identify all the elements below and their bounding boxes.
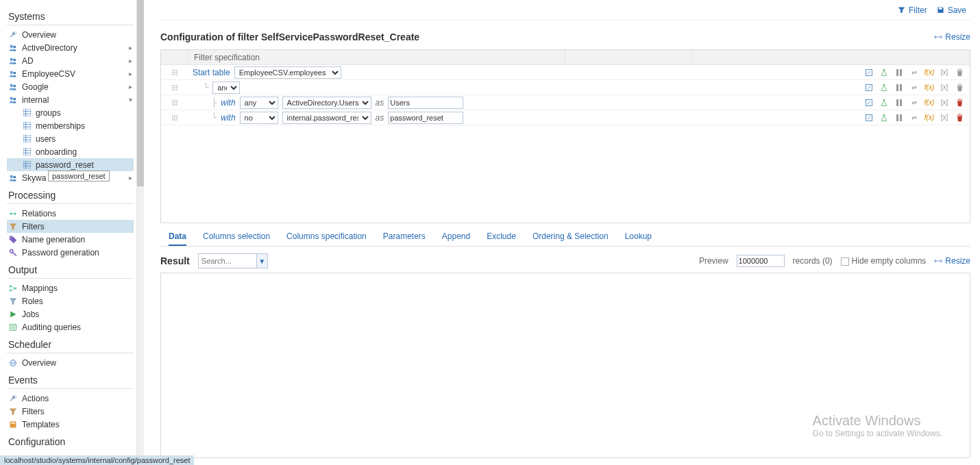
sidebar-item-name-generation[interactable]: Name generation <box>7 233 134 246</box>
svg-point-65 <box>174 87 175 88</box>
pause-icon[interactable] <box>894 113 904 123</box>
delete-icon[interactable] <box>955 83 964 92</box>
btn-label: Save <box>948 5 966 15</box>
table-select[interactable]: ActiveDirectory.Users <box>282 97 371 109</box>
sidebar-item-relations[interactable]: Relations <box>7 207 134 220</box>
sidebar-item-employeecsv[interactable]: EmployeeCSV ▸ <box>7 67 134 80</box>
drag-handle-icon[interactable] <box>161 84 188 91</box>
pause-icon[interactable] <box>894 83 904 92</box>
svg-point-73 <box>172 100 173 101</box>
as-label: as <box>376 113 384 123</box>
alias-input[interactable] <box>388 97 463 109</box>
hide-empty-checkbox[interactable]: Hide empty columns <box>841 256 927 266</box>
tab-parameters[interactable]: Parameters <box>383 231 426 246</box>
edit-icon[interactable] <box>864 98 874 108</box>
sidebar-item-events-filters[interactable]: Filters <box>7 405 134 418</box>
sidebar-item-mappings[interactable]: Mappings <box>7 281 134 294</box>
tab-exclude[interactable]: Exclude <box>487 231 516 246</box>
sidebar-item-skyward[interactable]: Skywa ▸ password_reset <box>7 171 134 184</box>
save-button[interactable]: Save <box>937 5 966 15</box>
delete-icon[interactable] <box>955 98 964 108</box>
flask-icon[interactable] <box>879 68 889 77</box>
nav-label: memberships <box>36 121 134 131</box>
tab-lookup[interactable]: Lookup <box>625 231 652 246</box>
search-dropdown-button[interactable]: ▼ <box>256 254 267 268</box>
qty-select[interactable]: any <box>240 97 278 109</box>
joiner-select[interactable]: and <box>212 81 240 94</box>
fx-icon[interactable]: f(x) <box>924 68 934 77</box>
sidebar-item-templates[interactable]: Templates <box>7 418 134 431</box>
link-icon[interactable] <box>909 83 919 92</box>
nav-label: Filters <box>22 222 134 231</box>
svg-point-66 <box>176 87 177 88</box>
search-input[interactable] <box>199 254 256 268</box>
sidebar-item-jobs[interactable]: Jobs <box>7 307 134 321</box>
link-icon[interactable] <box>909 98 919 108</box>
sidebar-item-roles[interactable]: Roles <box>7 294 134 307</box>
resize-button[interactable]: Resize <box>934 32 970 42</box>
alias-input[interactable] <box>388 112 463 124</box>
brackets-icon[interactable]: [x] <box>940 98 949 108</box>
sidebar-item-users[interactable]: users <box>7 132 134 145</box>
edit-icon[interactable] <box>864 83 874 92</box>
page-header: Configuration of filter SelfServicePassw… <box>160 21 970 49</box>
svg-point-63 <box>176 85 177 86</box>
sidebar-item-onboarding[interactable]: onboarding <box>7 145 134 158</box>
sidebar-item-memberships[interactable]: memberships <box>7 119 134 132</box>
drag-handle-icon[interactable] <box>161 114 188 121</box>
flask-icon[interactable] <box>879 83 889 92</box>
sidebar-item-scheduler-overview[interactable]: Overview <box>7 356 134 369</box>
users-icon <box>8 95 18 105</box>
result-resize-button[interactable]: Resize <box>934 256 970 266</box>
table-select[interactable]: internal.password_reset <box>282 112 371 124</box>
svg-point-90 <box>176 117 177 118</box>
sidebar-item-activedirectory[interactable]: ActiveDirectory ▸ <box>7 41 134 54</box>
drag-handle-icon[interactable] <box>161 69 188 76</box>
filter-button[interactable]: Filter <box>898 5 927 15</box>
delete-icon[interactable] <box>955 68 964 77</box>
nav-label: Password generation <box>22 248 134 257</box>
flask-icon[interactable] <box>879 113 889 123</box>
tab-columns-selection[interactable]: Columns selection <box>203 231 270 246</box>
sidebar-item-password-reset[interactable]: password_reset <box>7 158 134 171</box>
sidebar-item-auditing-queries[interactable]: Auditing queries <box>7 321 134 334</box>
drag-handle-icon[interactable] <box>161 99 188 106</box>
svg-point-61 <box>172 85 173 86</box>
preview-input[interactable] <box>737 255 785 267</box>
brackets-icon[interactable]: [x] <box>940 68 949 77</box>
delete-icon[interactable] <box>955 113 964 123</box>
svg-point-76 <box>172 102 173 103</box>
brackets-icon[interactable]: [x] <box>940 113 949 123</box>
panel-header: Filter specification <box>161 50 970 65</box>
sidebar-item-filters[interactable]: Filters <box>7 220 134 233</box>
edit-icon[interactable] <box>864 113 874 123</box>
sidebar-item-password-generation[interactable]: Password generation <box>7 246 134 259</box>
start-table-select[interactable]: EmployeeCSV.employees <box>234 66 341 79</box>
link-icon[interactable] <box>909 113 919 123</box>
section-title-events: Events <box>7 369 134 389</box>
link-icon[interactable] <box>909 68 919 77</box>
tab-append[interactable]: Append <box>442 231 470 246</box>
pause-icon[interactable] <box>894 98 904 108</box>
fx-icon[interactable]: f(x) <box>924 98 934 108</box>
sidebar-item-actions[interactable]: Actions <box>7 392 134 405</box>
tab-data[interactable]: Data <box>169 231 186 246</box>
svg-rect-60 <box>900 69 902 76</box>
sidebar-item-overview[interactable]: Overview <box>7 28 134 41</box>
sidebar-item-ad[interactable]: AD ▸ <box>7 54 134 67</box>
flask-icon[interactable] <box>879 98 889 108</box>
brackets-icon[interactable]: [x] <box>940 83 949 92</box>
qty-select[interactable]: no <box>240 112 278 124</box>
fx-icon[interactable]: f(x) <box>924 113 934 123</box>
sidebar-item-google[interactable]: Google ▸ <box>7 80 134 93</box>
tab-columns-specification[interactable]: Columns specification <box>286 231 367 246</box>
sidebar-item-internal[interactable]: internal ▾ <box>7 93 134 106</box>
sidebar-scrollbar[interactable] <box>137 0 144 465</box>
tab-ordering-selection[interactable]: Ordering & Selection <box>532 231 609 246</box>
fx-icon[interactable]: f(x) <box>924 83 934 92</box>
pause-icon[interactable] <box>894 68 904 77</box>
with-label: with <box>221 98 235 108</box>
edit-icon[interactable] <box>864 68 874 77</box>
sidebar-item-groups[interactable]: groups <box>7 106 134 119</box>
svg-rect-18 <box>23 135 31 142</box>
